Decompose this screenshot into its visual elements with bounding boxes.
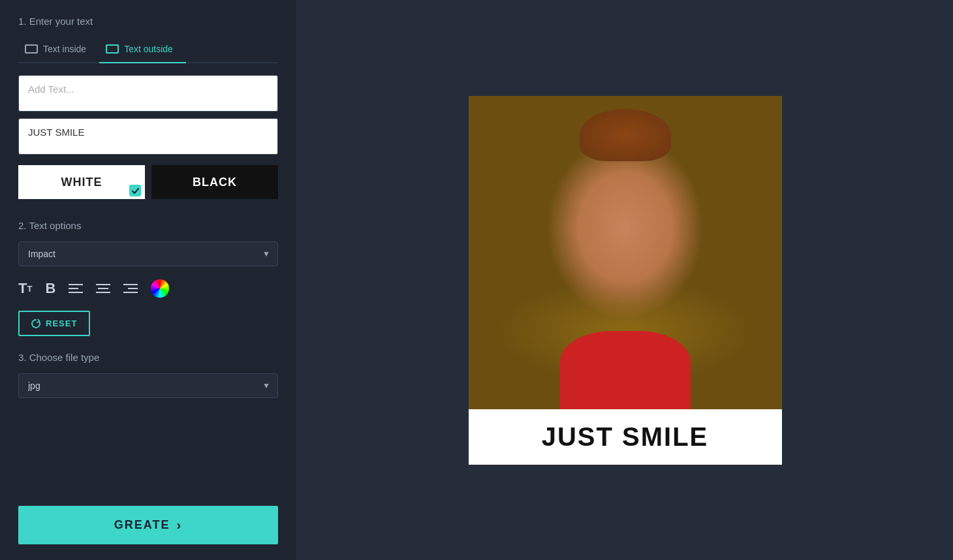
create-arrow-icon: › <box>177 518 183 533</box>
align-center-svg <box>96 283 110 294</box>
text-inside-icon <box>25 44 38 54</box>
meme-caption: JUST SMILE <box>469 409 782 465</box>
tab-text-outside-label: Text outside <box>124 44 173 54</box>
align-right-icon[interactable] <box>123 283 138 294</box>
reset-icon <box>31 319 40 328</box>
font-select[interactable]: Impact Arial Times New Roman Comic Sans <box>18 241 278 266</box>
meme-image <box>469 96 782 409</box>
file-type-section: 3. Choose file type jpg png gif ▼ <box>18 352 278 398</box>
black-color-button[interactable]: BLACK <box>151 165 278 199</box>
color-wheel-icon[interactable] <box>151 279 169 298</box>
color-buttons: WHITE BLACK <box>18 165 278 199</box>
white-selected-badge <box>129 185 141 196</box>
text-options-section: 2. Text options Impact Arial Times New R… <box>18 220 278 336</box>
text-outside-icon <box>106 44 119 54</box>
align-left-icon[interactable] <box>69 283 83 294</box>
left-panel: 1. Enter your text Text inside Text outs… <box>0 0 297 560</box>
font-size-icon[interactable]: TT <box>18 280 32 297</box>
step2-title: 2. Text options <box>18 220 278 231</box>
format-icons: TT B <box>18 279 278 298</box>
create-button[interactable]: GREATE › <box>18 506 278 544</box>
check-icon <box>132 188 139 194</box>
meme-preview: JUST SMILE <box>469 96 782 465</box>
step1-title: 1. Enter your text <box>18 16 278 27</box>
file-select-wrapper: jpg png gif ▼ <box>18 373 278 398</box>
font-select-wrapper: Impact Arial Times New Roman Comic Sans … <box>18 241 278 266</box>
reset-label: RESET <box>46 319 77 328</box>
top-text-input[interactable] <box>18 75 278 112</box>
tab-text-inside[interactable]: Text inside <box>18 37 99 62</box>
file-type-select[interactable]: jpg png gif <box>18 373 278 398</box>
right-panel: JUST SMILE <box>297 0 953 560</box>
tab-text-outside[interactable]: Text outside <box>99 37 186 63</box>
text-inputs: JUST SMILE <box>18 75 278 155</box>
bold-icon[interactable]: B <box>45 280 55 297</box>
align-left-svg <box>69 283 83 294</box>
create-label: GREATE <box>114 518 170 532</box>
align-center-icon[interactable] <box>96 283 110 294</box>
align-right-svg <box>123 283 138 294</box>
tab-text-inside-label: Text inside <box>43 44 86 54</box>
step3-title: 3. Choose file type <box>18 352 278 363</box>
reset-button[interactable]: RESET <box>18 311 90 336</box>
meme-photo <box>469 96 782 409</box>
white-color-button[interactable]: WHITE <box>18 165 145 199</box>
text-type-tabs: Text inside Text outside <box>18 37 278 63</box>
bottom-text-input[interactable]: JUST SMILE <box>18 118 278 155</box>
